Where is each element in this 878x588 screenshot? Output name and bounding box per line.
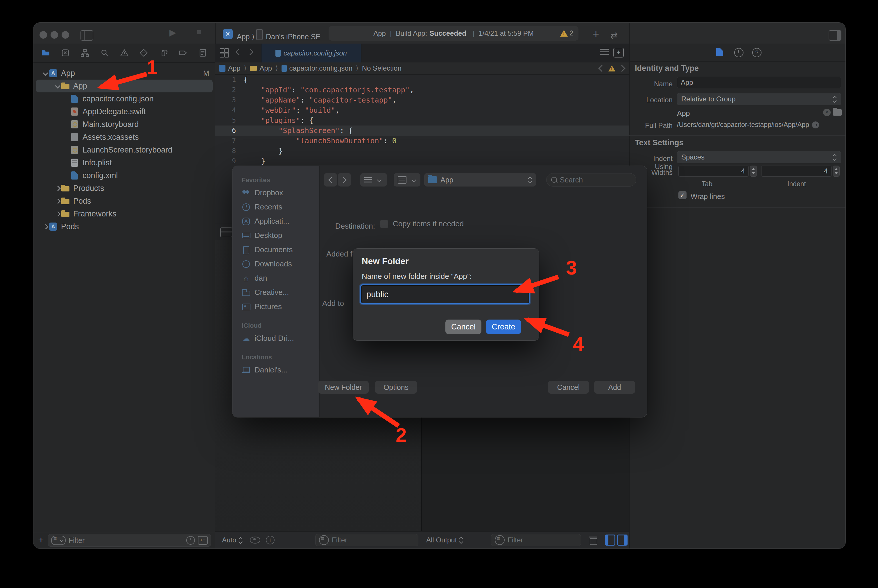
- sidebar-item[interactable]: Downloads: [233, 257, 319, 271]
- current-folder-dropdown[interactable]: App: [424, 173, 536, 186]
- tab-width-stepper[interactable]: [750, 166, 757, 177]
- split-pane-icon[interactable]: [220, 228, 233, 237]
- tree-row[interactable]: LaunchScreen.storyboard: [33, 144, 215, 156]
- history-inspector-icon[interactable]: [734, 48, 743, 57]
- issue-warning-icon[interactable]: [608, 65, 615, 72]
- debug-navigator-icon[interactable]: [159, 48, 168, 57]
- show-variables-pane-icon[interactable]: [605, 532, 615, 549]
- tree-row[interactable]: Main.storyboard: [33, 118, 215, 131]
- new-folder-button[interactable]: New Folder: [318, 381, 369, 394]
- stop-button[interactable]: ■: [197, 27, 202, 37]
- disclosure-chevron-icon[interactable]: [42, 69, 49, 77]
- location-dropdown[interactable]: Relative to Group: [677, 93, 841, 105]
- dialog-back-button[interactable]: [324, 173, 337, 186]
- choose-folder-icon[interactable]: [833, 109, 842, 116]
- indent-width-field[interactable]: 4: [761, 166, 831, 177]
- copy-items-row[interactable]: Copy items if needed: [375, 219, 464, 228]
- variables-scope-dropdown[interactable]: Auto: [222, 532, 243, 549]
- show-console-pane-icon[interactable]: [617, 532, 627, 549]
- clear-console-icon[interactable]: [589, 532, 597, 549]
- scheme-name[interactable]: App ⟩: [237, 33, 255, 41]
- quicklook-eye-icon[interactable]: [250, 532, 260, 549]
- indent-using-dropdown[interactable]: Spaces: [677, 151, 841, 163]
- clear-location-icon[interactable]: ✕: [823, 109, 831, 116]
- dialog-search-field[interactable]: Search: [546, 173, 636, 186]
- search-navigator-icon[interactable]: [100, 48, 109, 57]
- next-issue-icon[interactable]: [618, 65, 625, 72]
- dialog-forward-button[interactable]: [338, 173, 351, 186]
- disclosure-chevron-icon[interactable]: [54, 184, 61, 192]
- disclosure-chevron-icon[interactable]: [63, 172, 71, 179]
- folder-name-input[interactable]: [361, 285, 529, 303]
- tree-row[interactable]: AppDelegate.swift: [33, 105, 215, 118]
- recent-files-icon[interactable]: [186, 536, 195, 545]
- forward-history-icon[interactable]: [246, 48, 253, 55]
- breakpoint-navigator-icon[interactable]: [179, 48, 188, 57]
- library-add-button[interactable]: +: [593, 28, 599, 40]
- modal-cancel-button[interactable]: Cancel: [446, 320, 482, 334]
- issue-navigator-icon[interactable]: [120, 48, 129, 57]
- sidebar-item[interactable]: Dropbox: [233, 186, 319, 200]
- console-filter-field[interactable]: Filter: [491, 532, 581, 549]
- info-icon[interactable]: i: [266, 532, 275, 549]
- tab-width-field[interactable]: 4: [678, 166, 749, 177]
- disclosure-chevron-icon[interactable]: [54, 210, 61, 218]
- disclosure-chevron-icon[interactable]: [63, 146, 71, 154]
- close-window-button[interactable]: [39, 31, 47, 39]
- add-editor-icon[interactable]: +: [613, 48, 624, 57]
- variables-filter-field[interactable]: Filter: [315, 532, 418, 549]
- quick-help-inspector-icon[interactable]: ?: [752, 48, 761, 57]
- options-button[interactable]: Options: [375, 381, 417, 394]
- sidebar-item[interactable]: Daniel's...: [233, 363, 319, 377]
- name-field[interactable]: App: [677, 77, 841, 88]
- breadcrumb-group[interactable]: App: [260, 64, 272, 72]
- run-destination[interactable]: Dan's iPhone SE: [266, 33, 320, 41]
- breadcrumb-selection[interactable]: No Selection: [362, 64, 402, 72]
- breadcrumb-file[interactable]: capacitor.config.json: [290, 64, 353, 72]
- tree-row[interactable]: App: [36, 80, 213, 92]
- disclosure-chevron-icon[interactable]: [42, 223, 49, 230]
- toggle-navigator-icon[interactable]: [81, 30, 93, 40]
- tree-row[interactable]: capacitor.config.json: [33, 92, 215, 105]
- dialog-add-button[interactable]: Add: [594, 381, 635, 394]
- tree-row[interactable]: Frameworks: [33, 207, 215, 220]
- back-history-icon[interactable]: [235, 48, 242, 55]
- disclosure-chevron-icon[interactable]: [54, 197, 61, 205]
- disclosure-chevron-icon[interactable]: [54, 82, 61, 90]
- source-control-icon[interactable]: [61, 48, 70, 57]
- dialog-cancel-button[interactable]: Cancel: [548, 381, 589, 394]
- previous-issue-icon[interactable]: [598, 65, 605, 72]
- wrap-lines-checkbox[interactable]: ✓: [678, 191, 687, 199]
- minimap-grid-icon[interactable]: [220, 48, 228, 57]
- tree-row[interactable]: Products: [33, 182, 215, 195]
- toggle-inspector-icon[interactable]: [828, 30, 841, 40]
- disclosure-chevron-icon[interactable]: [63, 121, 71, 128]
- navigator-filter-field[interactable]: Filter +−: [48, 534, 211, 547]
- run-button[interactable]: ▶: [170, 27, 176, 38]
- zoom-window-button[interactable]: [62, 31, 69, 39]
- sidebar-item[interactable]: Creative...: [233, 285, 319, 300]
- add-item-button[interactable]: +: [38, 534, 44, 546]
- tree-row[interactable]: Pods: [33, 195, 215, 207]
- tree-row[interactable]: Assets.xcassets: [33, 131, 215, 144]
- breadcrumb-project[interactable]: App: [228, 64, 240, 72]
- console-scope-dropdown[interactable]: All Output: [426, 532, 463, 549]
- report-navigator-icon[interactable]: [198, 48, 207, 57]
- sidebar-item[interactable]: Desktop: [233, 228, 319, 243]
- tree-row[interactable]: config.xml: [33, 169, 215, 182]
- disclosure-chevron-icon[interactable]: [63, 95, 71, 102]
- source-control-filter-icon[interactable]: +−: [198, 536, 208, 545]
- tree-row[interactable]: Info.plist: [33, 156, 215, 169]
- disclosure-chevron-icon[interactable]: [63, 159, 71, 166]
- sidebar-item[interactable]: Documents: [233, 243, 319, 257]
- tree-row[interactable]: Pods: [33, 220, 215, 233]
- open-path-arrow-icon[interactable]: ➔: [812, 122, 819, 128]
- warning-count-badge[interactable]: 2: [560, 29, 573, 37]
- editor-arrows-icon[interactable]: ⇄: [611, 30, 618, 40]
- project-navigator-icon[interactable]: [41, 48, 50, 57]
- tree-row[interactable]: App M: [33, 67, 215, 80]
- grid-view-dropdown[interactable]: [394, 173, 420, 186]
- sidebar-item[interactable]: dan: [233, 271, 319, 285]
- editor-tab[interactable]: capacitor.config.json: [261, 44, 362, 63]
- list-view-dropdown[interactable]: [360, 173, 387, 186]
